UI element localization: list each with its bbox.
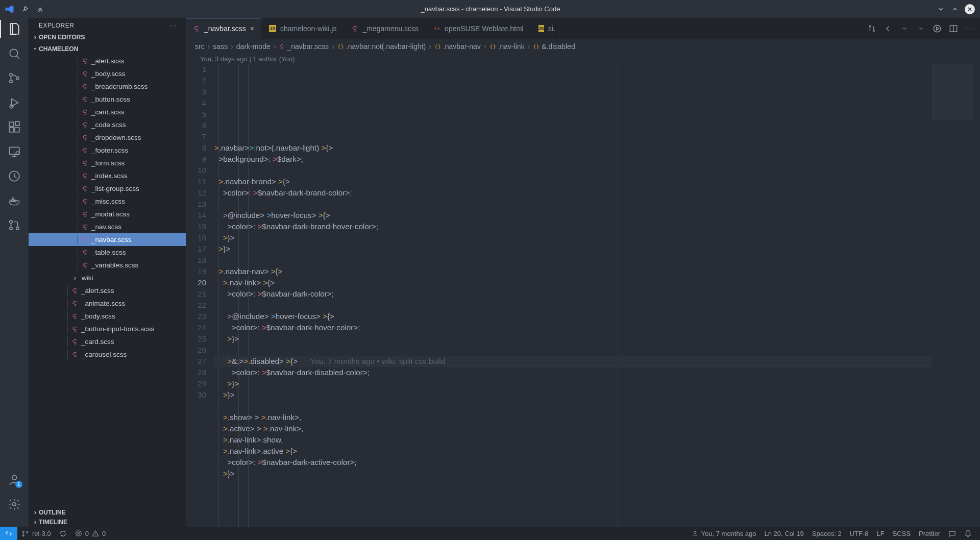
settings-activity-icon[interactable] [7, 497, 21, 511]
open-editors-section[interactable]: › OPEN EDITORS [29, 32, 186, 42]
project-section[interactable]: › CHAMELEON [29, 44, 186, 54]
file-row-selected[interactable]: _navbar.scss [29, 233, 186, 246]
remote-explorer-activity-icon[interactable] [7, 144, 21, 159]
file-row[interactable]: _animate.scss [29, 297, 186, 310]
file-row[interactable]: _misc.scss [29, 195, 186, 208]
code-line[interactable]: >.navbar>>:not>(.navbar-light) >{> [214, 142, 932, 154]
docker-activity-icon[interactable] [7, 193, 21, 208]
remote-indicator[interactable] [0, 527, 17, 540]
tab[interactable]: _megamenu.scss [344, 18, 426, 39]
breadcrumb-item[interactable]: dark-mode [236, 42, 271, 51]
code-line[interactable]: >&;>>.disabled> >{> You, 7 months ago • … [214, 356, 932, 367]
tab-active[interactable]: _navbar.scss× [186, 18, 262, 39]
code-line[interactable]: >}> [214, 378, 932, 389]
file-row[interactable]: _button-input-fonts.scss [29, 323, 186, 335]
file-row[interactable]: _body.scss [29, 310, 186, 323]
encoding-status[interactable]: UTF-8 [846, 527, 873, 540]
code-line[interactable]: >color>: >$navbar-dark-hover-color>; [214, 322, 932, 333]
file-row[interactable]: _footer.scss [29, 144, 186, 157]
breadcrumb-item[interactable]: .navbar:not(.navbar-light) [337, 42, 426, 51]
code-line[interactable]: >color>: >$navbar-dark-color>; [214, 288, 932, 300]
indentation-status[interactable]: Spaces: 2 [808, 527, 846, 540]
line-number-gutter[interactable]: 1234567891011121314151617181920212223242… [186, 64, 214, 527]
code-line[interactable]: >}> [214, 389, 932, 401]
code-line[interactable]: >}> [214, 333, 932, 345]
code-line[interactable]: >}> [214, 232, 932, 243]
tab[interactable]: JSsi… [531, 18, 556, 39]
breadcrumb-item[interactable]: .nav-link [489, 42, 525, 51]
compare-changes-icon[interactable] [867, 24, 876, 33]
explorer-activity-icon[interactable] [7, 22, 21, 36]
breadcrumb-item[interactable]: .navbar-nav [434, 42, 481, 51]
code-line[interactable] [214, 165, 932, 176]
file-row[interactable]: _modal.scss [29, 208, 186, 220]
minimap[interactable] [932, 64, 973, 527]
file-row[interactable]: _form.scss [29, 157, 186, 169]
run-debug-activity-icon[interactable] [7, 95, 21, 110]
file-row[interactable]: _button.scss [29, 93, 186, 106]
close-window-button[interactable] [965, 4, 975, 14]
code-line[interactable]: >background>: >$dark>; [214, 154, 932, 165]
accounts-activity-icon[interactable]: 1 [7, 473, 21, 487]
file-row[interactable]: _list-group.scss [29, 182, 186, 195]
breadcrumb-item[interactable]: sass [213, 42, 228, 51]
code-line[interactable]: >.nav-link> >{> [214, 277, 932, 288]
extensions-activity-icon[interactable] [7, 120, 21, 134]
pin-icon[interactable] [20, 5, 30, 14]
code-editor[interactable]: >.navbar>>:not>(.navbar-light) >{> >back… [214, 64, 932, 527]
code-line[interactable] [214, 401, 932, 412]
code-line[interactable]: >color>: >$navbar-dark-brand-color>; [214, 187, 932, 199]
chevron-collapse-icon[interactable] [36, 5, 45, 14]
code-line[interactable]: >.active> > >.nav-link>, [214, 423, 932, 434]
file-row[interactable]: _card.scss [29, 335, 186, 348]
code-line[interactable] [214, 345, 932, 356]
code-line[interactable] [214, 255, 932, 266]
file-row[interactable]: _card.scss [29, 106, 186, 118]
folder-row[interactable]: ›wiki [29, 272, 186, 284]
code-line[interactable]: >.nav-link>.active >{> [214, 446, 932, 457]
timeline-activity-icon[interactable] [7, 169, 21, 183]
breadcrumb-item[interactable]: &.disabled [533, 42, 575, 51]
prettier-status[interactable]: Prettier [915, 527, 944, 540]
file-row[interactable]: _breadcrumb.scss [29, 80, 186, 93]
feedback-status[interactable] [944, 527, 960, 540]
chevron-down-icon[interactable] [936, 5, 945, 14]
file-row[interactable]: _carousel.scss [29, 348, 186, 361]
breadcrumbs[interactable]: src›sass›dark-mode›_navbar.scss›.navbar:… [186, 39, 980, 54]
code-line[interactable]: >}> [214, 468, 932, 479]
code-line[interactable]: >color>: >$navbar-dark-brand-hover-color… [214, 221, 932, 232]
file-row[interactable]: _variables.scss [29, 259, 186, 272]
code-line[interactable]: >}> [214, 243, 932, 255]
sync-status[interactable] [55, 527, 71, 540]
file-row[interactable]: _table.scss [29, 246, 186, 259]
outline-section[interactable]: › OUTLINE [29, 507, 186, 517]
tab-close-icon[interactable]: × [250, 24, 254, 33]
code-line[interactable]: >.navbar-brand> >{> [214, 176, 932, 187]
file-row[interactable]: _code.scss [29, 118, 186, 131]
code-line[interactable] [214, 300, 932, 311]
tab[interactable]: openSUSE Weblate.html [426, 18, 531, 39]
timeline-section[interactable]: › TIMELINE [29, 517, 186, 527]
code-line[interactable]: >color>: >$navbar-dark-disabled-color>; [214, 367, 932, 378]
code-line[interactable]: >color>: >$navbar-dark-active-color>; [214, 457, 932, 468]
breadcrumb-item[interactable]: src [195, 42, 205, 51]
next-change-icon[interactable] [916, 24, 925, 33]
cursor-position-status[interactable]: Ln 20, Col 19 [761, 527, 808, 540]
code-line[interactable]: >.nav-link>.show, [214, 434, 932, 446]
more-tabs-icon[interactable]: ··· [965, 24, 974, 32]
overview-ruler[interactable] [973, 64, 980, 527]
code-line[interactable]: >@include> >hover-focus> >{> [214, 311, 932, 322]
source-control-activity-icon[interactable] [7, 71, 21, 85]
code-lens[interactable]: You, 3 days ago | 1 author (You) [186, 54, 980, 64]
file-row[interactable]: _nav.scss [29, 220, 186, 233]
split-editor-icon[interactable] [949, 24, 958, 33]
github-pr-activity-icon[interactable] [7, 218, 21, 232]
blame-status[interactable]: You, 7 months ago [688, 527, 761, 540]
tab[interactable]: JSchameleon-wiki.js [262, 18, 344, 39]
code-line[interactable]: >@include> >hover-focus> >{> [214, 210, 932, 221]
code-line[interactable] [214, 199, 932, 210]
file-tree[interactable]: _alert.scss_body.scss_breadcrumb.scss_bu… [29, 55, 186, 507]
run-icon[interactable] [933, 24, 942, 33]
code-line[interactable]: >.show> > >.nav-link>, [214, 412, 932, 423]
language-mode-status[interactable]: SCSS [889, 527, 915, 540]
